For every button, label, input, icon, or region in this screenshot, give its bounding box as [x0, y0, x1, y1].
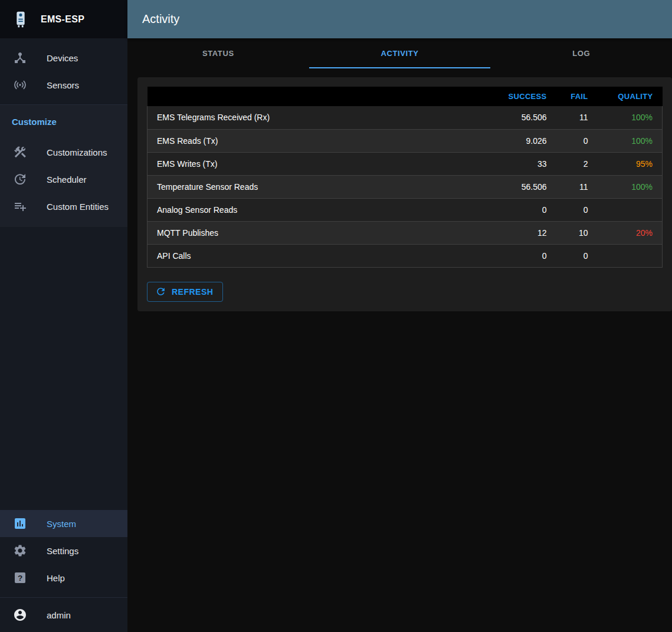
sidebar-item-devices[interactable]: Devices: [0, 44, 127, 71]
settings-gear-icon: [13, 544, 27, 558]
cell-success: 56.506: [480, 175, 556, 198]
cell-success: 33: [480, 152, 556, 175]
cell-fail: 11: [556, 175, 598, 198]
app-title: EMS-ESP: [41, 14, 84, 25]
cell-name: Temperature Sensor Reads: [147, 175, 480, 198]
ems-esp-logo-icon: [9, 8, 32, 31]
table-header-row: SUCCESS FAIL QUALITY: [147, 87, 663, 106]
main-area: Activity STATUS ACTIVITY LOG: [127, 0, 672, 632]
app-bar: Activity: [127, 0, 672, 38]
sidebar-customize-menu: Customizations Scheduler Custom Entities: [0, 139, 127, 220]
tab-bar: STATUS ACTIVITY LOG: [127, 38, 672, 68]
cell-name: EMS Telegrams Received (Rx): [147, 106, 480, 129]
construction-icon: [13, 145, 27, 159]
cell-quality: 20%: [598, 221, 663, 244]
table-row-ems-writes-tx: EMS Writes (Tx) 33 2 95%: [147, 152, 663, 175]
customize-section: Customize Customizations Scheduler: [0, 104, 127, 227]
tab-label: LOG: [572, 49, 590, 58]
sidebar-item-label: System: [47, 519, 76, 529]
table-row-ems-telegrams-received-rx: EMS Telegrams Received (Rx) 56.506 11 10…: [147, 106, 663, 129]
cell-name: Analog Sensor Reads: [147, 198, 480, 221]
column-header-fail: FAIL: [556, 87, 598, 106]
column-header-quality: QUALITY: [598, 87, 663, 106]
refresh-button[interactable]: REFRESH: [147, 282, 223, 302]
tab-label: ACTIVITY: [381, 49, 418, 58]
sidebar-item-custom-entities[interactable]: Custom Entities: [0, 193, 127, 220]
cell-name: MQTT Publishes: [147, 221, 480, 244]
cell-fail: 0: [556, 129, 598, 152]
sidebar-item-sensors[interactable]: Sensors: [0, 71, 127, 98]
cell-quality: 100%: [598, 106, 663, 129]
cell-quality: 95%: [598, 152, 663, 175]
playlist-add-icon: [13, 199, 27, 213]
sidebar-item-label: Sensors: [47, 80, 79, 90]
cell-success: 0: [480, 198, 556, 221]
sidebar-item-label: Custom Entities: [47, 202, 109, 212]
table-row-temperature-sensor-reads: Temperature Sensor Reads 56.506 11 100%: [147, 175, 663, 198]
cell-quality: [598, 244, 663, 267]
cell-success: 12: [480, 221, 556, 244]
activity-table-body: EMS Telegrams Received (Rx) 56.506 11 10…: [147, 106, 663, 267]
sidebar-item-label: Scheduler: [47, 175, 87, 185]
cell-name: API Calls: [147, 244, 480, 267]
sidebar-spacer: [0, 227, 127, 510]
tab-log[interactable]: LOG: [490, 38, 672, 68]
cell-name: EMS Reads (Tx): [147, 129, 480, 152]
cell-quality: 100%: [598, 175, 663, 198]
help-icon: ?: [13, 571, 27, 585]
tab-activity[interactable]: ACTIVITY: [309, 38, 491, 68]
cell-fail: 0: [556, 198, 598, 221]
user-name: admin: [47, 610, 71, 620]
sidebar-item-customizations[interactable]: Customizations: [0, 139, 127, 166]
sidebar-item-label: Help: [47, 573, 65, 583]
activity-card: SUCCESS FAIL QUALITY EMS Telegrams Recei…: [137, 77, 672, 311]
sidebar-item-label: Devices: [47, 53, 78, 63]
table-row-api-calls: API Calls 0 0: [147, 244, 663, 267]
sidebar-item-label: Settings: [47, 546, 78, 556]
customize-section-title: Customize: [0, 117, 127, 139]
refresh-icon: [155, 286, 166, 297]
table-row-analog-sensor-reads: Analog Sensor Reads 0 0: [147, 198, 663, 221]
cell-fail: 10: [556, 221, 598, 244]
account-circle-icon: [13, 608, 27, 622]
cell-success: 56.506: [480, 106, 556, 129]
tab-label: STATUS: [202, 49, 234, 58]
update-clock-icon: [13, 172, 27, 186]
sidebar-bottom-menu: System Settings ? Help: [0, 510, 127, 597]
page-title: Activity: [142, 12, 179, 26]
user-section: admin: [0, 597, 127, 632]
svg-text:?: ?: [18, 574, 22, 582]
device-hub-icon: [13, 51, 27, 65]
refresh-button-label: REFRESH: [172, 286, 213, 298]
user-menu-admin[interactable]: admin: [0, 601, 127, 628]
sidebar-item-settings[interactable]: Settings: [0, 537, 127, 564]
sidebar-item-help[interactable]: ? Help: [0, 564, 127, 591]
sidebar-main-menu: Devices Sensors: [0, 38, 127, 104]
column-header-name: [147, 87, 480, 106]
sensors-icon: [13, 78, 27, 92]
assessment-icon: [13, 516, 27, 531]
cell-fail: 0: [556, 244, 598, 267]
cell-quality: [598, 198, 663, 221]
cell-name: EMS Writes (Tx): [147, 152, 480, 175]
sidebar-item-label: Customizations: [47, 147, 107, 157]
cell-quality: 100%: [598, 129, 663, 152]
app-logo-bar: EMS-ESP: [0, 0, 127, 38]
column-header-success: SUCCESS: [480, 87, 556, 106]
cell-success: 9.026: [480, 129, 556, 152]
table-row-ems-reads-tx: EMS Reads (Tx) 9.026 0 100%: [147, 129, 663, 152]
cell-fail: 2: [556, 152, 598, 175]
cell-fail: 11: [556, 106, 598, 129]
sidebar-item-scheduler[interactable]: Scheduler: [0, 166, 127, 193]
activity-table: SUCCESS FAIL QUALITY EMS Telegrams Recei…: [147, 87, 663, 268]
table-row-mqtt-publishes: MQTT Publishes 12 10 20%: [147, 221, 663, 244]
sidebar: EMS-ESP Devices Sensors Customize: [0, 0, 127, 632]
cell-success: 0: [480, 244, 556, 267]
tab-status[interactable]: STATUS: [127, 38, 309, 68]
app-root: EMS-ESP Devices Sensors Customize: [0, 0, 672, 632]
sidebar-item-system[interactable]: System: [0, 510, 127, 537]
